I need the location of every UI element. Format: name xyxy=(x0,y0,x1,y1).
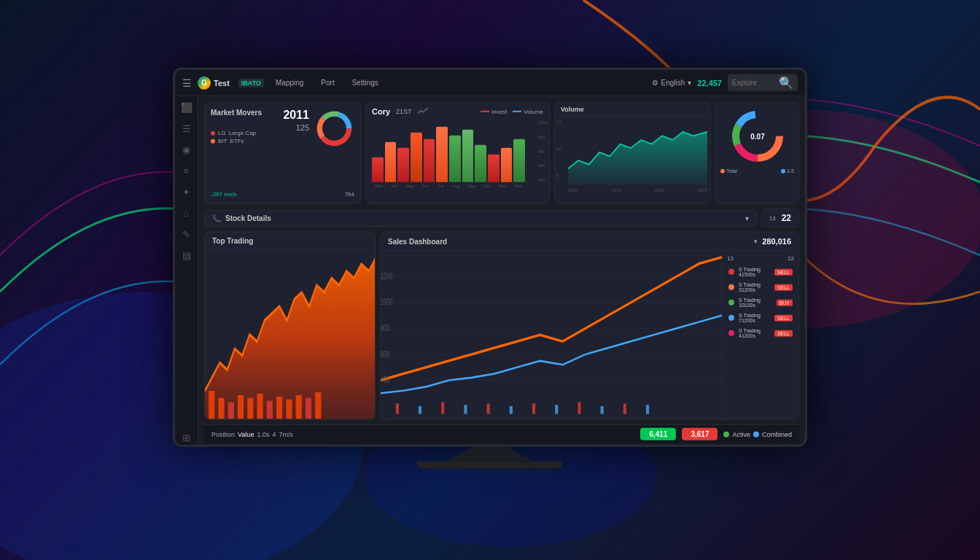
settings-icon: ⚙ xyxy=(652,79,658,87)
vol-y-top: 15 xyxy=(556,120,561,124)
y-label-4: 400 xyxy=(538,163,548,168)
sidebar-icon-home[interactable]: ⌂ xyxy=(184,208,190,219)
svg-rect-18 xyxy=(257,394,263,419)
nav-logo: G Test xyxy=(198,76,230,89)
donut-label-total: Total xyxy=(726,168,737,174)
sell-button[interactable]: 3,617 xyxy=(682,428,718,440)
y-label-3: 600 xyxy=(538,149,548,153)
position-label: Position xyxy=(211,430,235,438)
active-dot xyxy=(723,431,729,437)
vol-x-labels: 2010 2015 2020 2025 xyxy=(558,188,707,192)
data-row-5[interactable]: S Trading 41200s SELL xyxy=(726,327,796,340)
donut-legend: Total 1-5 xyxy=(720,168,794,174)
buy-button[interactable]: 6,411 xyxy=(640,428,676,440)
vol-x-4: 2025 xyxy=(698,188,707,192)
time1-val: 1.0s xyxy=(257,430,269,438)
donut-right-widget: 0.07 Total 1-5 xyxy=(715,102,799,204)
sidebar-icon-chart[interactable]: ⬛ xyxy=(181,102,192,113)
settings-menu[interactable]: ⚙ English ▾ xyxy=(652,79,692,87)
navbar: ☰ G Test IBATO Mapping Port Settings ⚙ E… xyxy=(175,70,805,96)
donut-chart-market xyxy=(314,109,354,149)
search-icon[interactable]: 🔍 xyxy=(779,76,793,90)
bar-11 xyxy=(501,148,513,182)
monitor-stand xyxy=(446,447,534,462)
svg-rect-31 xyxy=(419,406,421,414)
sidebar-icon-list[interactable]: ☰ xyxy=(182,123,191,134)
dot-1 xyxy=(728,269,734,275)
sidebar-icon-grid[interactable]: ⊞ xyxy=(182,432,190,443)
svg-rect-30 xyxy=(396,403,399,413)
volume-header: Volume xyxy=(555,103,710,117)
stock-finder-bar[interactable]: 📞 Stock Details ▾ xyxy=(204,209,757,226)
donut-legend-total: Total xyxy=(720,168,737,174)
nav-price: 22,457 xyxy=(697,78,722,87)
combined-dot xyxy=(753,431,759,437)
x-label-may: May xyxy=(402,184,416,188)
volume-svg xyxy=(568,120,707,185)
x-label-dec: Dec xyxy=(511,184,525,188)
trading-chart-container xyxy=(205,250,376,419)
svg-rect-24 xyxy=(315,392,321,419)
sales-data-table: 13 22 S Trading 41500s SELL xyxy=(722,251,798,419)
sidebar-icon-pen[interactable]: ✎ xyxy=(182,229,190,240)
nav-settings[interactable]: Settings xyxy=(346,77,384,88)
data-row-1[interactable]: S Trading 41500s SELL xyxy=(726,265,796,279)
sidebar-icon-palette[interactable]: ✦ xyxy=(182,187,190,198)
svg-text:1000: 1000 xyxy=(381,297,392,306)
sales-dropdown-icon: ▾ xyxy=(754,238,758,245)
stock-finder-label: Stock Details xyxy=(225,214,271,222)
top-trading-panel: Top Trading xyxy=(204,232,376,420)
menu-icon[interactable]: ☰ xyxy=(182,77,192,88)
search-input[interactable] xyxy=(732,79,776,87)
bar-4 xyxy=(411,133,422,182)
y-label-top: 1000 xyxy=(538,120,548,125)
svg-rect-15 xyxy=(228,402,234,419)
donut-legend-15: 1-5 xyxy=(781,168,794,174)
sales-price: 280,016 xyxy=(762,237,791,246)
x-label-oct: Oct xyxy=(480,184,494,188)
active-label: Active xyxy=(732,430,750,438)
vol-x-2: 2015 xyxy=(611,188,621,192)
sidebar-icon-user[interactable]: ◉ xyxy=(182,144,190,155)
combined-label: Combined xyxy=(762,430,792,438)
bar-8 xyxy=(462,130,474,182)
svg-text:400: 400 xyxy=(381,375,389,384)
vol-x-3: 2020 xyxy=(654,188,664,192)
sidebar-icon-doc[interactable]: ≡ xyxy=(184,166,190,176)
donut-right-container: 0.07 Total 1-5 xyxy=(720,107,794,174)
nav-search[interactable]: 🔍 xyxy=(728,74,798,91)
bar-7 xyxy=(449,136,461,182)
market-movers-widget: Market Movers 2011 125 LG Large Cap xyxy=(204,102,361,204)
data-row-4[interactable]: S Trading 71200s SELL xyxy=(726,311,796,324)
nav-port[interactable]: Port xyxy=(315,77,340,88)
sales-title: Sales Dashboard xyxy=(388,237,447,245)
time3-val: 7m/s xyxy=(279,430,293,438)
sidebar-icon-table[interactable]: ▤ xyxy=(182,250,191,261)
invest-label: Invest xyxy=(491,108,507,114)
market-sub-value: 125 xyxy=(296,123,309,132)
volume-title: Volume xyxy=(561,106,584,113)
main-content: Market Movers 2011 125 LG Large Cap xyxy=(198,96,805,447)
nav-mapping[interactable]: Mapping xyxy=(270,77,309,88)
badge-4: SELL xyxy=(774,314,793,321)
data-row-2[interactable]: S Trading 31200s SELL xyxy=(726,281,796,294)
monitor-container: ☰ G Test IBATO Mapping Port Settings ⚙ E… xyxy=(173,68,807,476)
legend-val-largecap: Large Cap xyxy=(229,130,256,136)
monitor-base xyxy=(417,462,563,469)
svg-rect-17 xyxy=(247,398,253,419)
badge-2: SELL xyxy=(774,284,793,290)
status-indicators: Active Combined xyxy=(723,430,792,438)
monitor-screen: ☰ G Test IBATO Mapping Port Settings ⚙ E… xyxy=(173,68,807,447)
cory-header: Cory 21ST Invest xyxy=(366,103,549,120)
y-axis-labels: 1000 800 600 400 200 xyxy=(538,120,548,182)
x-label-jun: Jun xyxy=(419,184,432,188)
svg-rect-41 xyxy=(646,405,649,413)
cory-legend-volume: Volume xyxy=(513,108,543,114)
bar-3 xyxy=(397,148,409,182)
time2-val: 4 xyxy=(272,430,276,438)
data-row-3[interactable]: S Trading 10100s BUY xyxy=(726,296,796,309)
svg-rect-19 xyxy=(267,401,273,419)
donut-right-svg: 0.07 xyxy=(728,107,787,166)
svg-rect-33 xyxy=(464,405,467,413)
svg-rect-39 xyxy=(601,406,604,414)
